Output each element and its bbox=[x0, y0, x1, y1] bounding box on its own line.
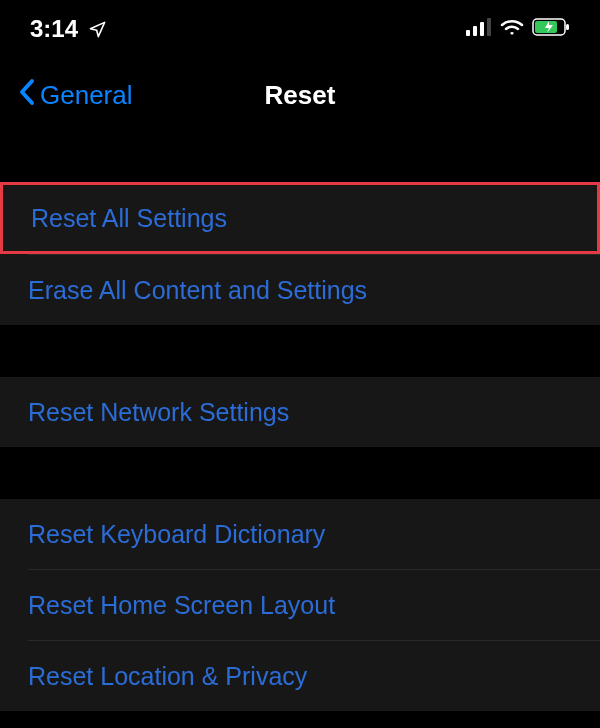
svg-rect-0 bbox=[466, 30, 470, 36]
svg-rect-6 bbox=[566, 24, 569, 30]
svg-rect-3 bbox=[487, 18, 491, 36]
row-label: Erase All Content and Settings bbox=[28, 276, 367, 305]
row-label: Reset Location & Privacy bbox=[28, 662, 307, 691]
svg-rect-1 bbox=[473, 26, 477, 36]
erase-all-content-row[interactable]: Erase All Content and Settings bbox=[0, 255, 600, 325]
status-bar-right bbox=[466, 18, 570, 40]
section-gap bbox=[0, 325, 600, 377]
back-button[interactable]: General bbox=[18, 78, 133, 113]
reset-location-privacy-row[interactable]: Reset Location & Privacy bbox=[0, 641, 600, 711]
section-gap bbox=[0, 134, 600, 182]
back-label: General bbox=[40, 80, 133, 111]
reset-home-screen-layout-row[interactable]: Reset Home Screen Layout bbox=[0, 570, 600, 640]
reset-keyboard-dictionary-row[interactable]: Reset Keyboard Dictionary bbox=[0, 499, 600, 569]
svg-rect-2 bbox=[480, 22, 484, 36]
row-label: Reset Keyboard Dictionary bbox=[28, 520, 325, 549]
section-reset-main: Reset All Settings Erase All Content and… bbox=[0, 182, 600, 325]
row-label: Reset Network Settings bbox=[28, 398, 289, 427]
section-reset-other: Reset Keyboard Dictionary Reset Home Scr… bbox=[0, 499, 600, 711]
chevron-left-icon bbox=[18, 78, 36, 113]
nav-bar: General Reset bbox=[0, 58, 600, 134]
cellular-signal-icon bbox=[466, 18, 492, 40]
page-title: Reset bbox=[265, 80, 336, 111]
wifi-icon bbox=[500, 18, 524, 40]
status-bar-left: 3:14 bbox=[30, 15, 107, 43]
reset-all-settings-row[interactable]: Reset All Settings bbox=[0, 182, 600, 254]
battery-charging-icon bbox=[532, 18, 570, 40]
section-reset-network: Reset Network Settings bbox=[0, 377, 600, 447]
section-gap bbox=[0, 447, 600, 499]
status-time: 3:14 bbox=[30, 15, 78, 43]
status-bar: 3:14 bbox=[0, 0, 600, 58]
row-label: Reset Home Screen Layout bbox=[28, 591, 335, 620]
reset-network-settings-row[interactable]: Reset Network Settings bbox=[0, 377, 600, 447]
content: Reset All Settings Erase All Content and… bbox=[0, 134, 600, 711]
row-label: Reset All Settings bbox=[31, 204, 227, 233]
location-arrow-icon bbox=[88, 20, 107, 39]
